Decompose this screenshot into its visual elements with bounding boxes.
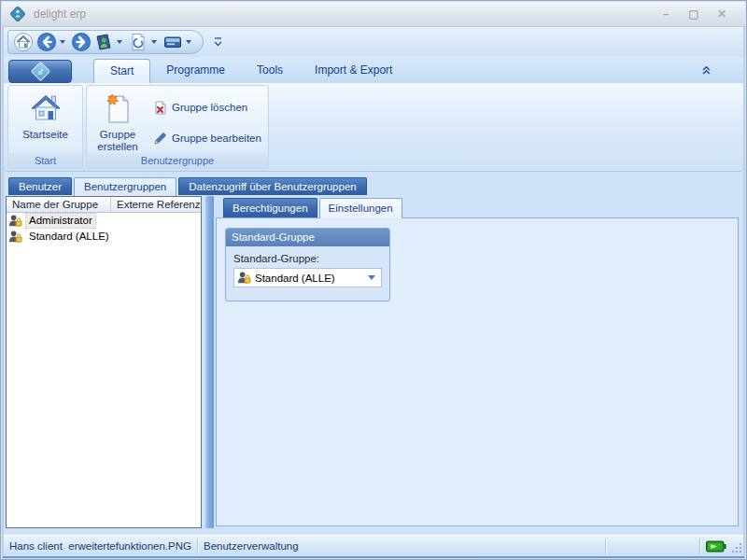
gruppe-bearbeiten-label: Gruppe bearbeiten bbox=[172, 133, 261, 144]
gruppe-erstellen-button[interactable]: Gruppe erstellen bbox=[89, 86, 147, 153]
collapse-ribbon-button[interactable] bbox=[700, 64, 713, 77]
contacts-button[interactable] bbox=[92, 31, 115, 53]
document-preview-button[interactable] bbox=[127, 31, 149, 53]
ribbon-tab-tools[interactable]: Tools bbox=[241, 59, 299, 83]
tab-einstellungen[interactable]: Einstellungen bbox=[319, 198, 402, 218]
startseite-label: Startseite bbox=[22, 129, 68, 141]
resize-grip-icon[interactable] bbox=[730, 540, 743, 555]
gruppe-loeschen-button[interactable]: Gruppe löschen bbox=[152, 98, 247, 117]
combobox-dropdown-arrow-icon[interactable] bbox=[368, 275, 375, 280]
detail-tabs: Berechtigungen Einstellungen bbox=[223, 198, 402, 218]
user-group-icon bbox=[8, 214, 22, 228]
startseite-button[interactable]: Startseite bbox=[8, 86, 82, 141]
tab-berechtigungen[interactable]: Berechtigungen bbox=[223, 198, 317, 217]
app-window: delight erp – ▢ ✕ bbox=[0, 0, 747, 560]
user-group-icon bbox=[8, 230, 22, 244]
standard-gruppe-field-label: Standard-Gruppe: bbox=[233, 253, 382, 264]
back-button[interactable] bbox=[35, 31, 58, 53]
titlebar: delight erp – ▢ ✕ bbox=[2, 2, 745, 27]
gruppe-loeschen-label: Gruppe löschen bbox=[172, 102, 247, 113]
window-controls: – ▢ ✕ bbox=[657, 7, 738, 21]
edit-group-icon bbox=[152, 131, 168, 147]
ribbon-tab-row: d Start Programme Tools Import & Export bbox=[4, 57, 743, 83]
tab-benutzer[interactable]: Benutzer bbox=[8, 177, 72, 195]
list-item-label: Standard (ALLE) bbox=[26, 230, 112, 244]
document-dropdown-caret-icon[interactable] bbox=[151, 40, 157, 44]
card-dropdown-caret-icon[interactable] bbox=[186, 40, 191, 44]
status-separator bbox=[605, 539, 606, 553]
minimize-button[interactable]: – bbox=[657, 7, 674, 21]
column-header-name[interactable]: Name der Gruppe bbox=[7, 197, 111, 212]
window-title: delight erp bbox=[34, 7, 86, 21]
ribbon-group-benutzergruppe: Gruppe erstellen Gruppe löschen Gruppe b… bbox=[86, 85, 269, 169]
home-button[interactable] bbox=[12, 31, 35, 53]
app-diamond-icon: d bbox=[30, 62, 49, 81]
list-item-administrator[interactable]: Administrator bbox=[7, 213, 201, 229]
home-icon bbox=[13, 32, 34, 52]
groupbox-body: Standard-Gruppe: Standard (ALLE) bbox=[226, 246, 389, 287]
startpage-house-icon bbox=[29, 92, 63, 124]
content-area: Name der Gruppe Externe Referenz Adminis… bbox=[4, 196, 743, 530]
close-button[interactable]: ✕ bbox=[713, 7, 730, 21]
quick-access-toolbar-row bbox=[4, 27, 743, 57]
status-separator bbox=[197, 539, 198, 553]
status-separator bbox=[699, 539, 700, 553]
ribbon-group-caption-benutzergruppe: Benutzergruppe bbox=[87, 153, 268, 168]
group-list-panel: Name der Gruppe Externe Referenz Adminis… bbox=[6, 196, 202, 528]
app-logo-icon bbox=[9, 6, 26, 22]
standard-gruppe-groupbox: Standard-Gruppe Standard-Gruppe: Standar… bbox=[225, 228, 390, 301]
ribbon-tab-start[interactable]: Start bbox=[93, 59, 150, 83]
view-tabs: Benutzer Benutzergruppen Datenzugriff üb… bbox=[8, 177, 367, 196]
gruppe-bearbeiten-button[interactable]: Gruppe bearbeiten bbox=[152, 129, 261, 147]
group-list-header: Name der Gruppe Externe Referenz bbox=[7, 197, 201, 213]
new-group-icon bbox=[103, 92, 133, 124]
document-preview-icon bbox=[128, 32, 148, 52]
ribbon-tab-import-export[interactable]: Import & Export bbox=[299, 59, 408, 83]
groupbox-title: Standard-Gruppe bbox=[226, 229, 389, 246]
einstellungen-tab-page: Standard-Gruppe Standard-Gruppe: Standar… bbox=[216, 217, 739, 526]
status-module-name: Benutzerverwaltung bbox=[204, 540, 299, 552]
toolbar-overflow-button[interactable] bbox=[211, 33, 224, 51]
forward-button[interactable] bbox=[70, 31, 92, 53]
chevrons-up-icon bbox=[700, 64, 712, 77]
contacts-icon bbox=[93, 32, 114, 52]
status-document-name: Hans client erweitertefunktionen.PNG bbox=[2, 540, 191, 552]
panel-splitter[interactable] bbox=[205, 196, 214, 528]
maximize-button[interactable]: ▢ bbox=[685, 7, 702, 21]
delete-group-icon bbox=[152, 100, 168, 116]
ribbon-group-start: Startseite Start bbox=[7, 85, 83, 169]
back-dropdown-caret-icon[interactable] bbox=[60, 40, 65, 44]
ribbon-group-caption-start: Start bbox=[8, 153, 82, 168]
tab-benutzergruppen[interactable]: Benutzergruppen bbox=[74, 177, 176, 196]
card-icon bbox=[162, 32, 183, 52]
combobox-value: Standard (ALLE) bbox=[255, 273, 335, 284]
column-header-externe-referenz[interactable]: Externe Referenz bbox=[111, 197, 201, 212]
ribbon-panel: Startseite Start Gruppe erstellen Grup bbox=[4, 83, 743, 172]
quick-access-toolbar bbox=[7, 30, 204, 54]
list-item-label: Administrator bbox=[26, 214, 95, 228]
application-menu-button[interactable]: d bbox=[8, 60, 72, 83]
forward-icon bbox=[71, 32, 92, 52]
gruppe-erstellen-label: Gruppe erstellen bbox=[90, 129, 146, 153]
tab-datenzugriff[interactable]: Datenzugriff über Benutzergruppen bbox=[178, 177, 366, 195]
ribbon-tab-programme[interactable]: Programme bbox=[150, 59, 241, 83]
detail-panel: Berechtigungen Einstellungen Standard-Gr… bbox=[216, 196, 739, 528]
card-button[interactable] bbox=[162, 31, 184, 53]
toolbar-overflow-icon bbox=[214, 36, 222, 48]
list-item-standard-alle[interactable]: Standard (ALLE) bbox=[7, 229, 201, 245]
back-icon bbox=[36, 32, 57, 52]
standard-gruppe-combobox[interactable]: Standard (ALLE) bbox=[233, 268, 382, 287]
contacts-dropdown-caret-icon[interactable] bbox=[117, 40, 122, 44]
ribbon-tabs: Start Programme Tools Import & Export bbox=[93, 59, 408, 83]
user-group-icon bbox=[237, 271, 251, 285]
statusbar: Hans client erweitertefunktionen.PNG Ben… bbox=[2, 535, 745, 556]
battery-indicator-icon bbox=[706, 540, 726, 553]
